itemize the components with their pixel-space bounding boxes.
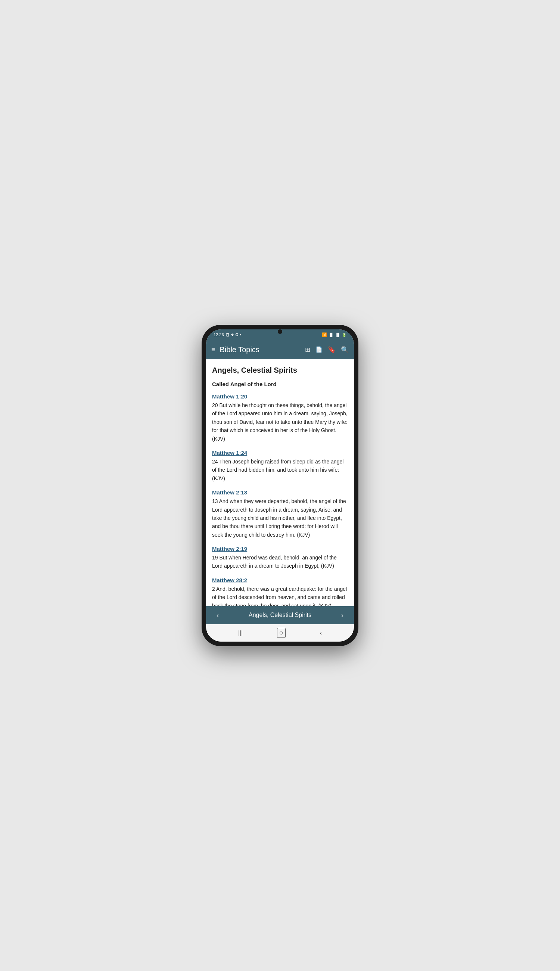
time-display: 12:26 [213,332,224,337]
section-heading: Called Angel of the Lord [212,380,348,388]
bottom-nav-title: Angels, Celestial Spirits [222,612,338,619]
verse-text-1: 20 But while he thought on these things,… [212,402,348,442]
battery-icon: 🔋 [342,333,347,337]
android-home-btn[interactable]: ○ [277,628,286,638]
verse-block-2: Matthew 1:24 24 Then Joseph being raised… [212,450,348,482]
nav-title: Bible Topics [220,345,300,354]
phone-screen: 12:26 🖼 ❖ G • 📶 ▐▌ ▐▌ 🔋 ≡ Bible Topics ⊞… [206,329,354,642]
search-icon[interactable]: 🔍 [341,346,349,354]
verse-block-5: Matthew 28:2 2 And, behold, there was a … [212,577,348,606]
verse-text-2: 24 Then Joseph being raised from sleep d… [212,459,343,481]
verse-text-3: 13 And when they were departed, behold, … [212,498,346,538]
bookmark-icon[interactable]: 🔖 [328,346,336,354]
android-recent-btn[interactable]: ||| [238,630,243,636]
photo-icon: 🖼 [225,333,229,337]
prev-arrow[interactable]: ‹ [213,611,222,620]
verse-block-1: Matthew 1:20 20 But while he thought on … [212,393,348,443]
next-arrow[interactable]: › [338,611,347,620]
camera-notch [278,329,282,334]
verse-text-4: 19 But when Herod was dead, behold, an a… [212,555,337,569]
verse-ref-1[interactable]: Matthew 1:20 [212,393,348,400]
bottom-navigation: ‹ Angels, Celestial Spirits › [206,606,354,624]
add-document-icon[interactable]: 📄 [315,346,323,353]
verse-block-4: Matthew 2:19 19 But when Herod was dead,… [212,546,348,570]
verse-ref-5[interactable]: Matthew 28:2 [212,577,348,583]
dot-icon: • [240,332,241,337]
nav-icons-group: ⊞ 📄 🔖 🔍 [305,346,349,354]
grid-icon[interactable]: ⊞ [305,346,310,354]
wifi-icon: 📶 [322,332,327,337]
status-left: 12:26 🖼 ❖ G • [213,332,241,337]
verse-text-5: 2 And, behold, there was a great earthqu… [212,586,347,606]
android-back-btn[interactable]: ‹ [320,630,322,636]
status-right: 📶 ▐▌ ▐▌ 🔋 [322,332,347,337]
page-title: Angels, Celestial Spirits [212,365,348,375]
verse-block-3: Matthew 2:13 13 And when they were depar… [212,489,348,539]
verse-ref-2[interactable]: Matthew 1:24 [212,450,348,456]
g-icon: G [235,333,238,337]
content-area[interactable]: Angels, Celestial Spirits Called Angel o… [206,359,354,606]
phone-frame: 12:26 🖼 ❖ G • 📶 ▐▌ ▐▌ 🔋 ≡ Bible Topics ⊞… [202,325,358,646]
top-navigation: ≡ Bible Topics ⊞ 📄 🔖 🔍 [206,340,354,359]
verse-ref-3[interactable]: Matthew 2:13 [212,489,348,496]
menu-icon[interactable]: ≡ [211,346,215,353]
verse-ref-4[interactable]: Matthew 2:19 [212,546,348,552]
dropbox-icon: ❖ [231,333,234,337]
signal-icon: ▐▌ [328,333,334,337]
android-navigation: ||| ○ ‹ [206,624,354,642]
signal2-icon: ▐▌ [335,333,340,337]
